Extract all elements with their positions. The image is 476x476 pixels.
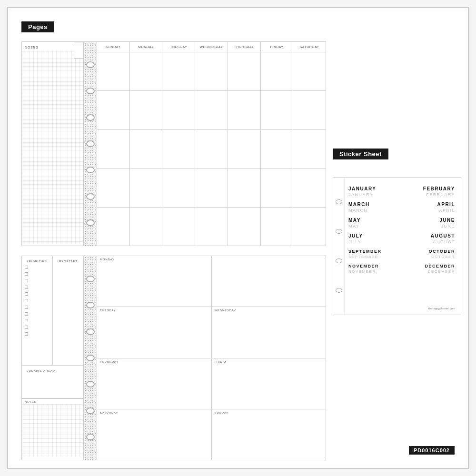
sticker-row-nov-dec: NOVEMBER DECEMBER	[348, 264, 455, 268]
month-apr-bold: APRIL	[437, 202, 456, 207]
month-may-light: MAY	[348, 224, 359, 228]
month-mar-light: MARCH	[348, 208, 368, 213]
cal-cell	[195, 130, 228, 168]
sticker-row-jan-feb-light: JANUARY FEBRUARY	[348, 192, 455, 201]
cal-cell	[261, 208, 294, 246]
cal-row	[97, 169, 326, 207]
sticker-content: JANUARY FEBRUARY JANUARY FEBRUARY MARCH …	[345, 178, 461, 315]
sticker-row-may-jun: MAY JUNE	[348, 218, 455, 223]
cal-cell	[97, 208, 130, 246]
ring	[86, 114, 95, 121]
month-jan-bold: JANUARY	[348, 186, 376, 191]
thursday-label: THURSDAY	[97, 358, 211, 365]
cal-cell	[97, 91, 130, 129]
day-header-thu: THURSDAY	[228, 42, 261, 52]
sticker-ring	[336, 258, 342, 263]
saturday-label: SATURDAY	[97, 409, 211, 416]
month-sep-bold: SEPTEMBER	[348, 249, 382, 254]
cal-cell	[261, 169, 294, 207]
sticker-row-jan-feb: JANUARY FEBRUARY	[348, 186, 455, 191]
month-oct-light: OCTOBER	[431, 255, 455, 259]
checkbox-item	[25, 319, 50, 322]
wednesday-label: WEDNESDAY	[212, 307, 326, 314]
ring	[86, 193, 95, 200]
pages-label: Pages	[21, 21, 54, 32]
checkbox	[25, 299, 28, 302]
friday-label: FRIDAY	[212, 358, 326, 365]
day-header-wed: WEDNESDAY	[195, 42, 228, 52]
month-jul-light: JULY	[348, 239, 361, 244]
sticker-sheet: JANUARY FEBRUARY JANUARY FEBRUARY MARCH …	[333, 177, 461, 315]
cal-cell	[130, 208, 163, 246]
month-dec-bold: DECEMBER	[425, 264, 455, 268]
saturday-col: SATURDAY	[97, 409, 212, 460]
looking-ahead-label: LOOKING AHEAD	[24, 367, 81, 373]
checkbox-item	[25, 332, 50, 336]
cal-row	[97, 208, 326, 246]
monday-label: MONDAY	[97, 256, 211, 263]
ring	[86, 140, 95, 147]
cal-cell	[261, 130, 294, 168]
cal-cell	[130, 52, 163, 90]
month-feb-light: FEBRUARY	[426, 192, 455, 197]
cal-cell	[130, 130, 163, 168]
wednesday-col: WEDNESDAY	[212, 307, 326, 357]
cal-cell	[130, 169, 163, 207]
important-col: IMPORTANT	[53, 256, 83, 365]
cal-cell	[162, 52, 195, 90]
cal-cell	[195, 91, 228, 129]
checkbox	[25, 319, 28, 322]
sticker-ring	[336, 288, 342, 293]
ring	[86, 276, 95, 282]
month-jul-bold: JULY	[348, 233, 363, 238]
cal-cell	[195, 208, 228, 246]
checkbox-item	[25, 306, 50, 309]
cal-cell	[293, 52, 326, 90]
cal-row	[97, 130, 326, 169]
checkbox-item	[25, 266, 50, 269]
tuesday-col: TUESDAY	[97, 307, 212, 357]
sticker-row-sep-oct: SEPTEMBER OCTOBER	[348, 249, 455, 254]
day-header-sun: SUNDAY	[97, 42, 130, 52]
monthly-calendar-page: SUNDAY MONDAY TUESDAY WEDNESDAY THURSDAY…	[97, 42, 326, 246]
sticker-sheet-label: Sticker Sheet	[333, 149, 388, 159]
cal-cell	[195, 169, 228, 207]
outer-border: Pages NOTES SUNDAY MONDAY TUESDAY	[7, 7, 469, 469]
sticker-row-jul-aug-light: JULY AUGUST	[348, 239, 455, 248]
cal-cell	[162, 130, 195, 168]
cal-cell	[228, 52, 261, 90]
month-may-bold: MAY	[348, 218, 361, 223]
cal-cell	[261, 91, 294, 129]
checkbox-item	[25, 299, 50, 302]
cal-cell	[228, 208, 261, 246]
checkbox	[25, 326, 28, 329]
month-apr-light: APRIL	[439, 208, 455, 213]
cal-header: SUNDAY MONDAY TUESDAY WEDNESDAY THURSDAY…	[97, 42, 326, 52]
checkbox	[25, 279, 28, 282]
cal-row	[97, 52, 326, 91]
cal-cell	[97, 169, 130, 207]
month-aug-light: AUGUST	[433, 239, 455, 244]
sticker-footer: thehappyplanner.com	[348, 307, 455, 310]
cal-cell	[162, 169, 195, 207]
checkbox	[25, 272, 28, 276]
notes-section: NOTES	[22, 398, 83, 460]
month-nov-light: NOVEMBER	[348, 269, 376, 274]
checkbox-item	[25, 272, 50, 276]
day-header-mon: MONDAY	[130, 42, 163, 52]
day-header-fri: FRIDAY	[261, 42, 294, 52]
cal-cell	[97, 130, 130, 168]
cal-cell	[293, 169, 326, 207]
month-mar-bold: MARCH	[348, 202, 370, 207]
month-sep-light: SEPTEMBER	[348, 255, 378, 259]
tuesday-label: TUESDAY	[97, 307, 211, 314]
cal-cell	[228, 91, 261, 129]
checkbox-item	[25, 279, 50, 282]
ring	[86, 328, 95, 335]
notes-label: NOTES	[22, 398, 83, 404]
sticker-ring	[336, 199, 342, 204]
weekly-row-thu-fri: THURSDAY FRIDAY	[97, 358, 326, 409]
checkbox	[25, 286, 28, 289]
checkbox	[25, 292, 28, 296]
day-header-tue: TUESDAY	[162, 42, 195, 52]
